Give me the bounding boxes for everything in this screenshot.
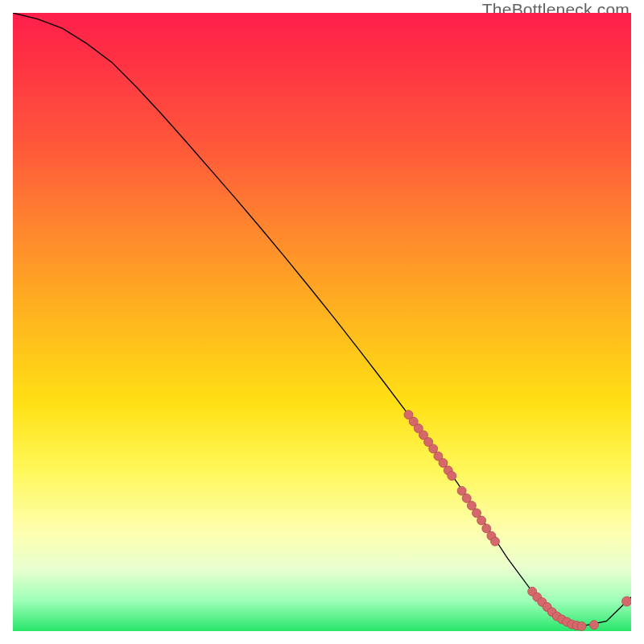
chart-svg: [13, 13, 631, 631]
curve-marker: [429, 444, 438, 453]
curve-marker: [477, 516, 486, 525]
curve-marker: [622, 597, 631, 606]
chart-container: TheBottleneck.com: [0, 0, 644, 644]
curve-marker: [491, 537, 500, 546]
curve-markers: [404, 411, 631, 631]
curve-marker: [577, 621, 586, 630]
curve-marker: [448, 472, 456, 481]
curve-marker: [589, 621, 598, 630]
plot-area: [13, 13, 631, 631]
bottleneck-curve: [13, 13, 631, 626]
